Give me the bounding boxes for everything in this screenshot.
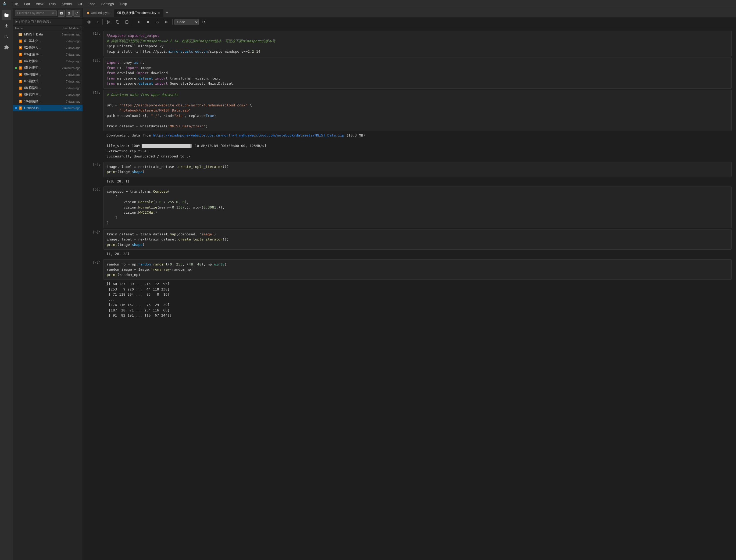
cell-2: [2]: import numpy as np from PIL import … (83, 58, 736, 89)
col-name-header: Name (15, 27, 51, 30)
cell-content[interactable]: # Download data from open datasets url =… (103, 90, 732, 161)
menu-git[interactable]: Git (75, 1, 85, 7)
cell-number: [2]: (87, 58, 103, 89)
cell-number: [3]: (87, 90, 103, 161)
file-name: 08-模型训... (24, 86, 51, 90)
toolbar-separator (102, 19, 103, 25)
stop-kernel-button[interactable] (144, 19, 152, 25)
file-modified: 7 days ago (51, 53, 80, 56)
cell-content[interactable]: image, label = next(train_dataset.create… (103, 162, 732, 186)
file-name: 03-张量Te... (24, 52, 51, 57)
cut-button[interactable] (105, 19, 113, 25)
files-sidebar-button[interactable] (2, 10, 11, 20)
list-item[interactable]: 10-使用静... 7 days ago (13, 98, 82, 105)
notebook-content: [1]: %%capture captured_output # 实验环境已经预… (83, 26, 736, 560)
fast-forward-button[interactable] (162, 19, 170, 25)
search-sidebar-button[interactable] (2, 32, 11, 41)
cell-input[interactable]: import numpy as np from PIL import Image… (103, 58, 732, 89)
menu-edit[interactable]: Edit (21, 1, 33, 7)
file-list: MNIST_Data 6 minutes ago 01-基本介... 7 day… (13, 31, 82, 560)
upload-button[interactable] (66, 10, 73, 17)
menu-tabs[interactable]: Tabs (85, 1, 98, 7)
copy-button[interactable] (114, 19, 122, 25)
cell-7: [7]: random_np = np.random.randint(0, 25… (83, 259, 736, 320)
breadcrumb[interactable]: ▶ / 初学入门 / 初学教程 / (13, 19, 82, 26)
cell-content[interactable]: import numpy as np from PIL import Image… (103, 58, 732, 89)
cell-4: [4]: image, label = next(train_dataset.c… (83, 162, 736, 186)
upload-sidebar-button[interactable] (2, 21, 11, 31)
list-item[interactable]: 08-模型训... 7 days ago (13, 85, 82, 91)
paste-button[interactable] (123, 19, 131, 25)
extensions-sidebar-button[interactable] (2, 42, 11, 52)
list-item[interactable]: 04-数据集... 7 days ago (13, 58, 82, 64)
list-item[interactable]: 03-张量Te... 7 days ago (13, 51, 82, 58)
tab-close-button[interactable]: ✕ (158, 11, 160, 15)
list-item[interactable]: 06-网络构... 7 days ago (13, 71, 82, 78)
cell-input[interactable]: %%capture captured_output # 实验环境已经预装了min… (103, 31, 732, 56)
save-button[interactable] (85, 19, 93, 25)
file-name: 09-保存与... (24, 92, 51, 97)
run-cell-button[interactable] (135, 19, 143, 25)
file-modified: 7 days ago (51, 60, 80, 63)
cell-3: [3]: # Download data from open datasets … (83, 90, 736, 161)
search-input[interactable] (17, 11, 51, 15)
menu-run[interactable]: Run (46, 1, 58, 7)
new-folder-button[interactable] (58, 10, 65, 17)
tab-transforms[interactable]: 05-数据变换Transforms.ipy ✕ (114, 9, 163, 17)
cell-input[interactable]: train_dataset = train_dataset.map(compos… (103, 229, 732, 250)
list-item[interactable]: Untitled.ip... 3 minutes ago (13, 105, 82, 111)
file-name: 04-数据集... (24, 59, 51, 63)
active-indicator (15, 107, 17, 109)
refresh-button[interactable] (73, 10, 80, 17)
add-cell-button[interactable]: + (94, 19, 100, 25)
cell-content[interactable]: %%capture captured_output # 实验环境已经预装了min… (103, 31, 732, 56)
list-item[interactable]: 05-数据变... 2 minutes ago (13, 64, 82, 71)
list-item[interactable]: 07-函数式... 7 days ago (13, 78, 82, 85)
menu-settings[interactable]: Settings (99, 1, 117, 7)
search-box[interactable] (15, 10, 57, 16)
file-actions (58, 10, 80, 17)
restart-kernel-button[interactable] (153, 19, 161, 25)
file-name: 06-网络构... (24, 72, 51, 77)
cell-output: Downloading data from https://mindspore-… (103, 131, 732, 161)
file-name: Untitled.ip... (24, 106, 51, 110)
notebook-icon (18, 79, 23, 84)
cell-input[interactable]: random_np = np.random.randint(0, 255, (4… (103, 259, 732, 280)
cell-input[interactable]: composed = transforms.Compose( [ vision.… (103, 186, 732, 228)
svg-rect-36 (19, 100, 22, 103)
file-table-header: Name Last Modified (13, 26, 82, 31)
list-item[interactable]: 01-基本介... 7 days ago (13, 38, 82, 44)
svg-rect-24 (19, 80, 22, 83)
cell-output: [[ 60 127 89 ... 215 72 95] [253 9 220 .… (103, 280, 732, 320)
file-name: MNIST_Data (24, 33, 51, 36)
cell-type-select[interactable]: Code Markdown Raw (174, 19, 199, 25)
list-item[interactable]: MNIST_Data 6 minutes ago (13, 31, 82, 38)
cell-content[interactable]: train_dataset = train_dataset.map(compos… (103, 229, 732, 258)
toolbar-separator (133, 19, 133, 25)
svg-rect-20 (19, 73, 22, 76)
unsaved-indicator (87, 12, 89, 14)
cell-input[interactable]: # Download data from open datasets url =… (103, 90, 732, 131)
file-name: 05-数据变... (24, 66, 51, 70)
cell-content[interactable]: random_np = np.random.randint(0, 255, (4… (103, 259, 732, 320)
tab-untitled[interactable]: Untitled.ipynb (84, 9, 114, 17)
new-tab-button[interactable]: + (164, 10, 170, 16)
file-modified: 2 minutes ago (51, 66, 80, 70)
menu-kernel[interactable]: Kernel (59, 1, 74, 7)
toolbar: + C (83, 18, 736, 26)
app-logo: 🔬 (2, 1, 8, 7)
menu-view[interactable]: View (33, 1, 46, 7)
notebook-icon (18, 59, 23, 63)
notebook-icon (18, 39, 23, 43)
cell-input[interactable]: image, label = next(train_dataset.create… (103, 162, 732, 177)
cell-6: [6]: train_dataset = train_dataset.map(c… (83, 229, 736, 258)
menu-help[interactable]: Help (117, 1, 130, 7)
list-item[interactable]: 02-快速入... 7 days ago (13, 44, 82, 51)
refresh-kernel-button[interactable] (200, 19, 208, 25)
notebook-icon (18, 66, 23, 70)
cell-content[interactable]: composed = transforms.Compose( [ vision.… (103, 186, 732, 228)
menu-file[interactable]: File (10, 1, 21, 7)
notebook-icon (18, 52, 23, 57)
list-item[interactable]: 09-保存与... 7 days ago (13, 91, 82, 98)
cell-1: [1]: %%capture captured_output # 实验环境已经预… (83, 31, 736, 56)
